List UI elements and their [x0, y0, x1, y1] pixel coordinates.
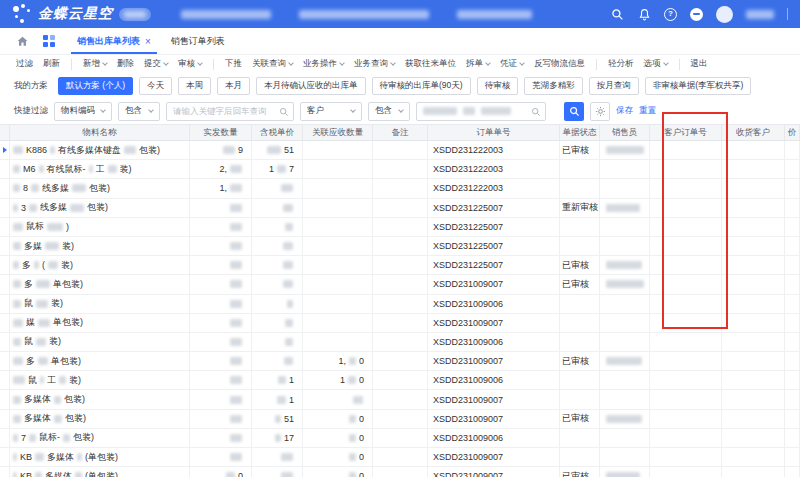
table-row[interactable]: KB多媒体(单包装)00XSDD231009007已审核 [0, 467, 800, 477]
scheme-button[interactable]: 待审核 [477, 77, 519, 95]
toolbar-button-label: 退出 [691, 58, 708, 70]
cell-receiving-customer [722, 333, 785, 351]
customer-input-wrap[interactable] [416, 102, 546, 121]
scheme-button[interactable]: 默认方案 (个人) [58, 77, 133, 95]
column-header-销售员[interactable]: 销售员 [600, 125, 650, 140]
scheme-button[interactable]: 待审核的出库单(90天) [372, 77, 471, 95]
scheme-button[interactable]: 按月查询 [589, 77, 639, 95]
cell-salesman [600, 429, 650, 447]
column-header-实发数量[interactable]: 实发数量 [190, 125, 252, 140]
search-icon[interactable] [279, 107, 289, 119]
home-icon[interactable] [16, 35, 29, 48]
column-header-价[interactable]: 价 [785, 125, 800, 140]
redacted-text [47, 223, 63, 231]
cell-remark [373, 179, 428, 197]
operator-select-1[interactable]: 包含 [118, 102, 160, 121]
field-select-customer[interactable]: 客户 [300, 102, 362, 121]
redacted-text [13, 204, 18, 212]
column-header-物料名称[interactable]: 物料名称 [10, 125, 190, 140]
column-header-备注[interactable]: 备注 [373, 125, 428, 140]
edition-badge [119, 8, 151, 21]
table-row[interactable]: 8线多媒包装)1,XSDD231222003 [0, 179, 800, 198]
toolbar-button-删除[interactable]: 删除 [115, 58, 136, 70]
close-icon[interactable]: × [145, 36, 151, 47]
cell-text: 多媒体 [47, 451, 74, 464]
table-row[interactable]: K886有线多媒体键盘包装)951XSDD231222003已审核 [0, 141, 800, 160]
do-not-disturb-icon[interactable] [690, 8, 703, 21]
toolbar-button-业务查询[interactable]: 业务查询 [352, 58, 397, 70]
toolbar-button-反写物流信息[interactable]: 反写物流信息 [532, 58, 587, 70]
table-row[interactable]: 多媒装)XSDD231225007 [0, 237, 800, 256]
toolbar-button-凭证[interactable]: 凭证 [498, 58, 526, 70]
column-header-含税单价[interactable]: 含税单价 [252, 125, 303, 140]
search-icon[interactable] [610, 7, 624, 21]
cell-status [560, 160, 600, 178]
table-row[interactable]: 7鼠标-包装)170XSDD231009006 [0, 429, 800, 448]
toolbar-button-业务操作[interactable]: 业务操作 [301, 58, 346, 70]
column-header-订单单号[interactable]: 订单单号 [428, 125, 560, 140]
table-row[interactable]: 鼠工装)110XSDD231009006 [0, 371, 800, 390]
redacted-text [54, 396, 61, 404]
avatar[interactable] [716, 6, 733, 23]
table-row[interactable]: 媒单包装)XSDD231009007 [0, 314, 800, 333]
redacted-text [13, 453, 17, 461]
scheme-row-label: 我的方案 [14, 80, 48, 92]
table-row[interactable]: 多单包装)1,0XSDD231009007已审核 [0, 352, 800, 371]
table-row[interactable]: 多单包装)XSDD231009007已审核 [0, 275, 800, 294]
toolbar-button-提交[interactable]: 提交 [142, 58, 170, 70]
cell-price [252, 467, 303, 477]
scheme-button[interactable]: 本月待确认应收的出库单 [256, 77, 366, 95]
cell-gutter [0, 275, 10, 293]
cell-recv: 0 [303, 429, 373, 447]
column-header-单据状态[interactable]: 单据状态 [560, 125, 600, 140]
scheme-button[interactable]: 芜湖多精彩 [524, 77, 583, 95]
cell-salesman [600, 371, 650, 389]
table-row[interactable]: 鼠装)XSDD231009006 [0, 295, 800, 314]
keyword-input[interactable] [167, 103, 293, 120]
toolbar-button-过滤[interactable]: 过滤 [14, 58, 35, 70]
field-select-material-code[interactable]: 物料编码 [54, 102, 112, 121]
cell-gutter [0, 448, 10, 466]
cell-receiving-customer [722, 160, 785, 178]
cell-qty [190, 448, 252, 466]
apps-grid-icon[interactable] [43, 35, 55, 47]
reset-filter-link[interactable]: 重置 [639, 105, 656, 117]
table-row[interactable]: 多媒体包装)1XSDD231009007 [0, 390, 800, 409]
cell-gutter [0, 179, 10, 197]
toolbar-button-拆单[interactable]: 拆单 [464, 58, 492, 70]
search-icon[interactable] [531, 107, 541, 119]
toolbar-button-关联查询[interactable]: 关联查询 [250, 58, 295, 70]
operator-select-2[interactable]: 包含 [368, 102, 410, 121]
toolbar-button-获取往来单位[interactable]: 获取往来单位 [403, 58, 458, 70]
scheme-button[interactable]: 本月 [217, 77, 250, 95]
table-row[interactable]: M6有线鼠标-工装)2,17XSDD231222003 [0, 160, 800, 179]
save-filter-link[interactable]: 保存 [616, 105, 633, 117]
toolbar-button-审核[interactable]: 审核 [176, 58, 204, 70]
toolbar-button-选项[interactable]: 选项 [642, 58, 670, 70]
help-icon[interactable]: ? [664, 8, 677, 21]
table-row[interactable]: 多媒体包装)510XSDD231009007已审核 [0, 410, 800, 429]
tab-sales-outbound-list[interactable]: 销售出库单列表 × [67, 28, 161, 54]
column-header-关联应收数量[interactable]: 关联应收数量 [303, 125, 373, 140]
table-row[interactable]: 鼠标)XSDD231225007 [0, 218, 800, 237]
toolbar-button-刷新[interactable]: 刷新 [41, 58, 62, 70]
scheme-button[interactable]: 非审核单据(李军权共享) [645, 77, 752, 95]
scheme-button[interactable]: 今天 [139, 77, 172, 95]
scheme-button[interactable]: 本周 [178, 77, 211, 95]
tab-sales-order-list[interactable]: 销售订单列表 [161, 28, 235, 54]
cell-gutter [0, 410, 10, 428]
column-header-收货客户[interactable]: 收货客户 [722, 125, 785, 140]
table-row[interactable]: KB多媒体(单包装)0XSDD231009007 [0, 448, 800, 467]
column-header-客户订单号[interactable]: 客户订单号 [650, 125, 722, 140]
table-row[interactable]: 3线多媒包装)XSDD231225007重新审核 [0, 199, 800, 218]
table-row[interactable]: 多(装)XSDD231225007已审核 [0, 256, 800, 275]
toolbar-button-新增[interactable]: 新增 [81, 58, 109, 70]
toolbar-button-下推[interactable]: 下推 [223, 58, 244, 70]
redacted-text [277, 165, 286, 173]
toolbar-button-退出[interactable]: 退出 [689, 58, 710, 70]
bell-icon[interactable] [637, 7, 651, 21]
table-row[interactable]: 鼠装)XSDD231009006 [0, 333, 800, 352]
toolbar-button-轻分析[interactable]: 轻分析 [606, 58, 636, 70]
search-button[interactable] [564, 102, 584, 121]
settings-gear-button[interactable] [590, 102, 610, 121]
